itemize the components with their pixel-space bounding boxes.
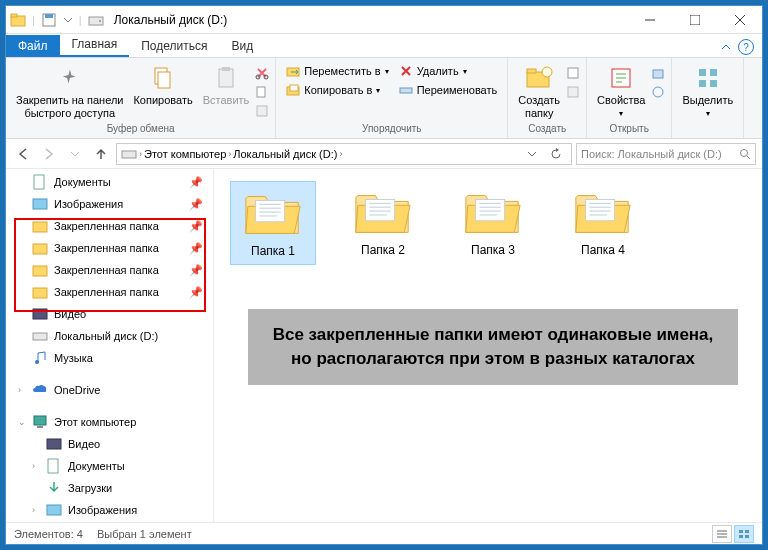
copy-button[interactable]: Копировать — [129, 62, 196, 109]
tab-home[interactable]: Главная — [60, 33, 130, 57]
svg-rect-52 — [739, 530, 743, 533]
svg-rect-25 — [653, 70, 663, 78]
sidebar-item-pinned[interactable]: Закрепленная папка📌 — [6, 237, 213, 259]
recent-button[interactable] — [64, 143, 86, 165]
help-icon[interactable]: ? — [738, 39, 754, 55]
new-folder-button[interactable]: Создать папку — [514, 62, 564, 121]
chevron-up-icon[interactable] — [720, 41, 732, 53]
svg-point-41 — [35, 360, 39, 364]
dropdown-icon[interactable] — [521, 149, 543, 159]
sidebar-item-this-pc[interactable]: ⌄Этот компьютер — [6, 411, 213, 433]
qa-dropdown-icon[interactable] — [63, 15, 73, 25]
svg-rect-36 — [33, 244, 47, 254]
properties-button[interactable]: Свойства ▾ — [593, 62, 649, 120]
folder-icon — [242, 188, 304, 240]
address-bar[interactable]: › Этот компьютер› Локальный диск (D:)› — [116, 143, 572, 165]
collapse-icon[interactable]: ⌄ — [18, 417, 26, 427]
status-selected: Выбран 1 элемент — [97, 528, 192, 540]
onedrive-icon — [32, 382, 48, 398]
pictures-icon — [46, 502, 62, 518]
back-button[interactable] — [12, 143, 34, 165]
sidebar-item-pinned[interactable]: Закрепленная папка📌 — [6, 281, 213, 303]
sidebar-item-pc-pictures[interactable]: ›Изображения — [6, 499, 213, 521]
svg-rect-6 — [690, 15, 700, 25]
search-icon — [739, 148, 751, 160]
svg-rect-50 — [476, 200, 505, 221]
pin-icon: 📌 — [189, 176, 203, 189]
folder-icon — [32, 218, 48, 234]
drive-icon — [121, 146, 137, 162]
folder-item[interactable]: Папка 3 — [450, 181, 536, 265]
sidebar-item-pc-music[interactable]: Музыка — [6, 521, 213, 522]
breadcrumb: Локальный диск (D:)› — [233, 148, 342, 160]
folder-icon — [572, 187, 634, 239]
sidebar-item-documents[interactable]: Документы📌 — [6, 171, 213, 193]
svg-rect-35 — [33, 222, 47, 232]
tab-share[interactable]: Поделиться — [129, 35, 219, 57]
tab-view[interactable]: Вид — [219, 35, 265, 57]
svg-rect-14 — [257, 106, 267, 116]
easy-access-icon[interactable] — [566, 85, 580, 99]
sidebar-item-pc-video[interactable]: Видео — [6, 433, 213, 455]
sidebar-item-pc-documents[interactable]: ›Документы — [6, 455, 213, 477]
folder-icon — [462, 187, 524, 239]
expand-icon[interactable]: › — [32, 505, 35, 515]
svg-rect-17 — [290, 85, 298, 91]
close-button[interactable] — [717, 6, 762, 34]
svg-rect-46 — [47, 505, 61, 515]
pin-button[interactable]: Закрепить на панели быстрого доступа — [12, 62, 127, 121]
refresh-icon[interactable] — [545, 148, 567, 160]
svg-point-32 — [741, 149, 748, 156]
svg-point-26 — [653, 87, 663, 97]
window-title: Локальный диск (D:) — [114, 13, 228, 27]
content-pane[interactable]: Папка 1 Папка 2 Папка 3 Папка 4 Все закр… — [214, 169, 762, 522]
move-to-button[interactable]: Переместить в▾ — [282, 62, 392, 80]
expand-icon[interactable]: › — [18, 385, 21, 395]
svg-rect-38 — [33, 288, 47, 298]
folder-icon — [32, 240, 48, 256]
svg-rect-51 — [586, 200, 615, 221]
forward-button[interactable] — [38, 143, 60, 165]
svg-rect-45 — [48, 459, 58, 473]
tab-file[interactable]: Файл — [6, 35, 60, 57]
sidebar-item-pictures[interactable]: Изображения📌 — [6, 193, 213, 215]
rename-button[interactable]: Переименовать — [395, 81, 502, 99]
sidebar-item-pc-downloads[interactable]: Загрузки — [6, 477, 213, 499]
open-icon[interactable] — [651, 66, 665, 80]
svg-rect-37 — [33, 266, 47, 276]
cut-icon[interactable] — [255, 66, 269, 80]
ribbon-tabs: Файл Главная Поделиться Вид ? — [6, 34, 762, 58]
svg-rect-48 — [256, 201, 285, 222]
svg-rect-9 — [219, 69, 233, 87]
copy-path-icon[interactable] — [255, 85, 269, 99]
history-icon[interactable] — [651, 85, 665, 99]
sidebar-item-videos[interactable]: Видео — [6, 303, 213, 325]
new-item-icon[interactable] — [566, 66, 580, 80]
paste-shortcut-icon[interactable] — [255, 104, 269, 118]
expand-icon[interactable]: › — [32, 461, 35, 471]
status-count: Элементов: 4 — [14, 528, 83, 540]
svg-rect-44 — [47, 439, 61, 449]
view-details-button[interactable] — [712, 525, 732, 543]
annotation-text: Все закрепленные папки имеют одинаковые … — [248, 309, 738, 385]
paste-button: Вставить — [199, 62, 254, 109]
sidebar-item-onedrive[interactable]: ›OneDrive — [6, 379, 213, 401]
folder-item[interactable]: Папка 1 — [230, 181, 316, 265]
maximize-button[interactable] — [672, 6, 717, 34]
select-button[interactable]: Выделить ▾ — [678, 62, 737, 120]
view-icons-button[interactable] — [734, 525, 754, 543]
folder-item[interactable]: Папка 2 — [340, 181, 426, 265]
up-button[interactable] — [90, 143, 112, 165]
sidebar-item-music[interactable]: Музыка — [6, 347, 213, 369]
copy-to-button[interactable]: Копировать в▾ — [282, 81, 392, 99]
folder-item[interactable]: Папка 4 — [560, 181, 646, 265]
sidebar-item-local-d[interactable]: Локальный диск (D:) — [6, 325, 213, 347]
sidebar-item-pinned[interactable]: Закрепленная папка📌 — [6, 259, 213, 281]
search-input[interactable]: Поиск: Локальный диск (D:) — [576, 143, 756, 165]
minimize-button[interactable] — [627, 6, 672, 34]
video-icon — [32, 306, 48, 322]
delete-button[interactable]: Удалить▾ — [395, 62, 502, 80]
qa-save-icon[interactable] — [41, 12, 57, 28]
sidebar-item-pinned[interactable]: Закрепленная папка📌 — [6, 215, 213, 237]
svg-rect-42 — [34, 416, 46, 425]
